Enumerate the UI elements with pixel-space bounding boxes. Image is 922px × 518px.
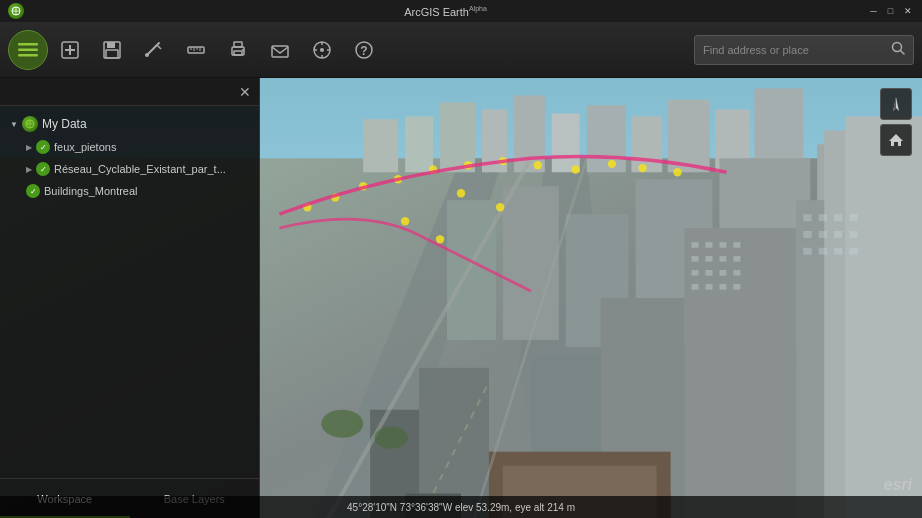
svg-rect-92	[834, 248, 842, 255]
item-label-feux: feux_pietons	[54, 141, 249, 153]
close-button[interactable]: ✕	[901, 5, 914, 18]
ruler-button[interactable]	[176, 30, 216, 70]
window-controls: ─ □ ✕	[867, 5, 914, 18]
check-icon-feux: ✓	[36, 140, 50, 154]
svg-point-104	[673, 168, 681, 176]
svg-point-109	[496, 203, 504, 211]
svg-rect-82	[803, 214, 811, 221]
svg-rect-91	[819, 248, 827, 255]
svg-rect-69	[733, 242, 740, 248]
item-arrow-feux: ▶	[26, 143, 32, 152]
svg-point-111	[436, 235, 444, 243]
svg-rect-57	[845, 116, 922, 518]
check-icon-buildings: ✓	[26, 184, 40, 198]
esri-logo: esri	[884, 476, 912, 494]
svg-rect-19	[234, 42, 242, 47]
svg-rect-93	[849, 248, 857, 255]
svg-rect-79	[705, 284, 712, 290]
group-icon	[22, 116, 38, 132]
coordinates-display: 45°28'10"N 73°36'38"W elev 53.29m, eye a…	[347, 502, 575, 513]
svg-rect-87	[819, 231, 827, 238]
svg-rect-75	[705, 270, 712, 276]
svg-rect-5	[18, 54, 38, 57]
right-controls	[880, 88, 912, 156]
svg-rect-10	[107, 42, 115, 48]
svg-rect-37	[405, 116, 433, 172]
tree-item-reseau[interactable]: ▶ ✓ Réseau_Cyclable_Existant_par_t...	[20, 158, 255, 180]
svg-rect-90	[803, 248, 811, 255]
sidebar-content: ▼ My Data ▶ ✓ feux_p	[0, 106, 259, 478]
search-input[interactable]	[703, 44, 891, 56]
svg-rect-89	[849, 231, 857, 238]
svg-rect-66	[692, 242, 699, 248]
svg-rect-44	[631, 116, 662, 172]
svg-rect-67	[705, 242, 712, 248]
item-label-reseau: Réseau_Cyclable_Existant_par_t...	[54, 163, 249, 175]
svg-point-12	[145, 53, 149, 57]
svg-point-103	[638, 164, 646, 172]
print-button[interactable]	[218, 30, 258, 70]
svg-point-110	[401, 217, 409, 225]
svg-rect-43	[587, 105, 626, 172]
tree-item-feux[interactable]: ▶ ✓ feux_pietons	[20, 136, 255, 158]
home-button[interactable]	[880, 124, 912, 156]
maximize-button[interactable]: □	[884, 5, 897, 18]
svg-rect-68	[719, 242, 726, 248]
svg-rect-20	[234, 51, 242, 55]
svg-rect-71	[705, 256, 712, 262]
status-bar: 45°28'10"N 73°36'38"W elev 53.29m, eye a…	[0, 496, 922, 518]
svg-rect-81	[733, 284, 740, 290]
svg-rect-22	[272, 46, 288, 57]
sidebar-close-button[interactable]: ✕	[239, 84, 251, 100]
svg-marker-122	[889, 134, 903, 146]
svg-point-102	[608, 160, 616, 168]
measure-button[interactable]	[134, 30, 174, 70]
svg-rect-74	[692, 270, 699, 276]
help-button[interactable]: ?	[344, 30, 384, 70]
navigate-button[interactable]	[302, 30, 342, 70]
check-icon-reseau: ✓	[36, 162, 50, 176]
svg-marker-121	[893, 97, 896, 111]
svg-point-21	[242, 49, 244, 51]
svg-point-108	[457, 189, 465, 197]
menu-button[interactable]	[8, 30, 48, 70]
app-title: ArcGIS EarthAlpha	[24, 5, 867, 18]
tree-group-mydata: ▼ My Data ▶ ✓ feux_p	[0, 112, 259, 202]
svg-rect-77	[733, 270, 740, 276]
svg-rect-86	[803, 231, 811, 238]
svg-rect-84	[834, 214, 842, 221]
save-button[interactable]	[92, 30, 132, 70]
svg-rect-13	[188, 47, 204, 53]
map-area[interactable]: ✕ ▼ My Data	[0, 78, 922, 518]
item-label-buildings: Buildings_Montreal	[44, 185, 249, 197]
north-arrow-button[interactable]	[880, 88, 912, 120]
tree-item-buildings[interactable]: ✓ Buildings_Montreal	[20, 180, 255, 202]
sidebar-panel: ✕ ▼ My Data	[0, 78, 260, 518]
svg-rect-42	[363, 119, 398, 172]
svg-rect-11	[106, 50, 118, 58]
svg-point-28	[320, 48, 324, 52]
svg-rect-80	[719, 284, 726, 290]
app-logo	[8, 3, 24, 19]
share-button[interactable]	[260, 30, 300, 70]
svg-rect-85	[849, 214, 857, 221]
tree-group-header[interactable]: ▼ My Data	[4, 112, 255, 136]
svg-text:?: ?	[360, 44, 367, 58]
group-arrow: ▼	[10, 120, 18, 129]
svg-rect-83	[819, 214, 827, 221]
minimize-button[interactable]: ─	[867, 5, 880, 18]
svg-rect-72	[719, 256, 726, 262]
add-button[interactable]	[50, 30, 90, 70]
search-icon[interactable]	[891, 41, 905, 58]
toolbar: ?	[0, 22, 922, 78]
title-bar: ArcGIS EarthAlpha ─ □ ✕	[0, 0, 922, 22]
search-bar	[694, 35, 914, 65]
sidebar-header: ✕	[0, 78, 259, 106]
svg-rect-88	[834, 231, 842, 238]
svg-rect-78	[692, 284, 699, 290]
svg-rect-3	[18, 43, 38, 46]
svg-point-101	[571, 165, 579, 173]
item-arrow-reseau: ▶	[26, 165, 32, 174]
group-label: My Data	[42, 117, 87, 131]
svg-rect-73	[733, 256, 740, 262]
